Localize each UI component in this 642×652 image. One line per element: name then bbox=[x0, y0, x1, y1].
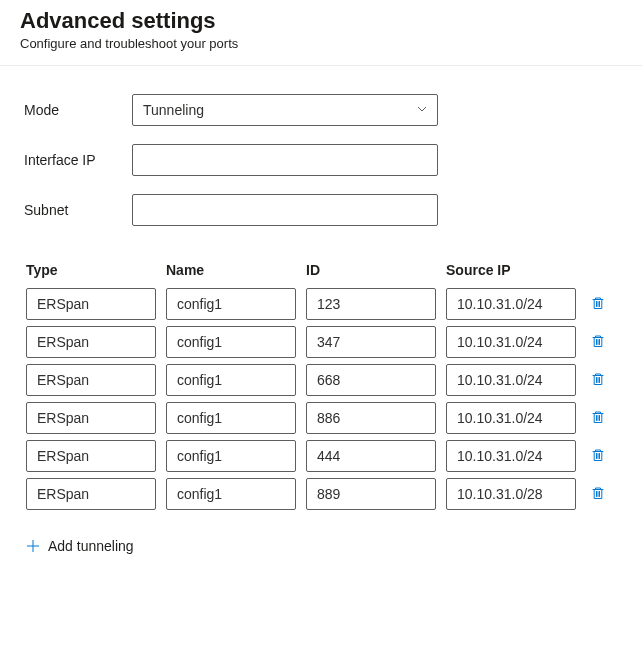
trash-icon bbox=[590, 295, 606, 314]
row-type-input[interactable] bbox=[26, 440, 156, 472]
table-row bbox=[24, 326, 618, 358]
trash-icon bbox=[590, 447, 606, 466]
delete-row-button[interactable] bbox=[586, 330, 610, 354]
add-tunneling-button[interactable]: Add tunneling bbox=[24, 536, 618, 556]
form-row-mode: Mode Tunneling bbox=[24, 94, 618, 126]
delete-row-button[interactable] bbox=[586, 292, 610, 316]
row-source-ip-input[interactable] bbox=[446, 288, 576, 320]
col-header-id: ID bbox=[306, 262, 436, 278]
row-name-input[interactable] bbox=[166, 402, 296, 434]
row-id-input[interactable] bbox=[306, 288, 436, 320]
page-title: Advanced settings bbox=[20, 8, 622, 34]
delete-row-button[interactable] bbox=[586, 444, 610, 468]
table-row bbox=[24, 440, 618, 472]
table-row bbox=[24, 288, 618, 320]
col-header-actions bbox=[586, 262, 610, 278]
trash-icon bbox=[590, 333, 606, 352]
subnet-label: Subnet bbox=[24, 202, 132, 218]
col-header-type: Type bbox=[26, 262, 156, 278]
delete-row-button[interactable] bbox=[586, 406, 610, 430]
mode-select[interactable]: Tunneling bbox=[132, 94, 438, 126]
table-row bbox=[24, 364, 618, 396]
form-row-interface-ip: Interface IP bbox=[24, 144, 618, 176]
table-row bbox=[24, 478, 618, 510]
panel-header: Advanced settings Configure and troubles… bbox=[0, 0, 642, 66]
interface-ip-label: Interface IP bbox=[24, 152, 132, 168]
mode-label: Mode bbox=[24, 102, 132, 118]
table-body bbox=[24, 288, 618, 510]
trash-icon bbox=[590, 371, 606, 390]
row-source-ip-input[interactable] bbox=[446, 364, 576, 396]
page-subtitle: Configure and troubleshoot your ports bbox=[20, 36, 622, 51]
delete-row-button[interactable] bbox=[586, 482, 610, 506]
table-header: Type Name ID Source IP bbox=[24, 262, 618, 288]
row-name-input[interactable] bbox=[166, 440, 296, 472]
panel-content: Mode Tunneling Interface IP Subnet Type … bbox=[0, 66, 642, 580]
trash-icon bbox=[590, 409, 606, 428]
row-id-input[interactable] bbox=[306, 478, 436, 510]
row-id-input[interactable] bbox=[306, 402, 436, 434]
row-type-input[interactable] bbox=[26, 478, 156, 510]
add-tunneling-label: Add tunneling bbox=[48, 538, 134, 554]
row-name-input[interactable] bbox=[166, 288, 296, 320]
row-type-input[interactable] bbox=[26, 364, 156, 396]
interface-ip-input[interactable] bbox=[132, 144, 438, 176]
col-header-name: Name bbox=[166, 262, 296, 278]
row-type-input[interactable] bbox=[26, 326, 156, 358]
col-header-source-ip: Source IP bbox=[446, 262, 576, 278]
trash-icon bbox=[590, 485, 606, 504]
row-id-input[interactable] bbox=[306, 326, 436, 358]
row-id-input[interactable] bbox=[306, 440, 436, 472]
row-source-ip-input[interactable] bbox=[446, 440, 576, 472]
form-row-subnet: Subnet bbox=[24, 194, 618, 226]
row-type-input[interactable] bbox=[26, 402, 156, 434]
row-source-ip-input[interactable] bbox=[446, 402, 576, 434]
row-name-input[interactable] bbox=[166, 478, 296, 510]
row-name-input[interactable] bbox=[166, 364, 296, 396]
plus-icon bbox=[26, 539, 40, 553]
row-source-ip-input[interactable] bbox=[446, 478, 576, 510]
row-type-input[interactable] bbox=[26, 288, 156, 320]
tunneling-table: Type Name ID Source IP bbox=[24, 262, 618, 510]
table-row bbox=[24, 402, 618, 434]
row-id-input[interactable] bbox=[306, 364, 436, 396]
mode-select-value: Tunneling bbox=[132, 94, 438, 126]
row-source-ip-input[interactable] bbox=[446, 326, 576, 358]
row-name-input[interactable] bbox=[166, 326, 296, 358]
delete-row-button[interactable] bbox=[586, 368, 610, 392]
subnet-input[interactable] bbox=[132, 194, 438, 226]
